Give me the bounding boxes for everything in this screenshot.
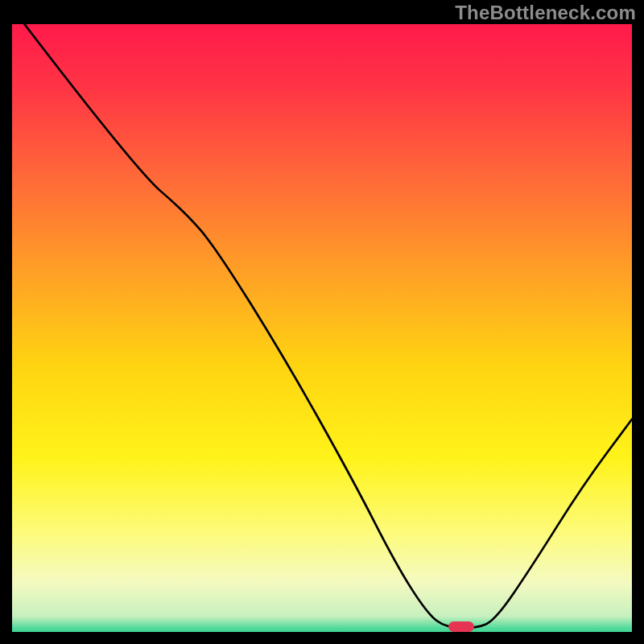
bottleneck-curve bbox=[12, 24, 632, 632]
watermark-text: TheBottleneck.com bbox=[455, 2, 636, 24]
optimal-point-marker bbox=[448, 621, 474, 632]
chart-frame: TheBottleneck.com bbox=[0, 0, 644, 644]
plot-area bbox=[12, 24, 632, 632]
